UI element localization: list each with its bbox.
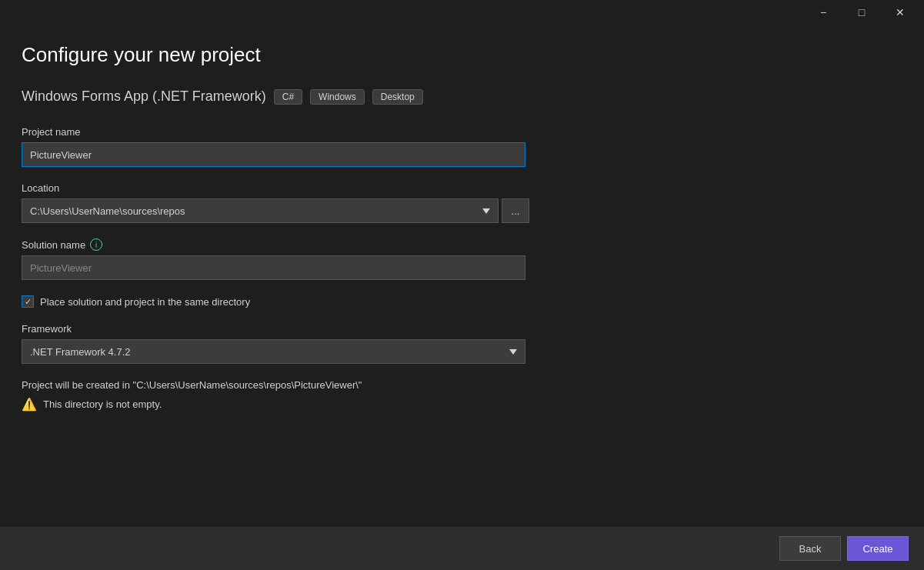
project-type-row: Windows Forms App (.NET Framework) C# Wi… <box>22 88 902 105</box>
same-directory-checkbox[interactable]: ✓ <box>22 295 34 308</box>
warning-row: ⚠️ This directory is not empty. <box>22 397 902 412</box>
project-name-input[interactable] <box>22 142 525 167</box>
solution-name-input[interactable] <box>22 255 525 280</box>
checkmark-icon: ✓ <box>25 298 32 306</box>
location-section: Location C:\Users\UserName\sources\repos… <box>22 182 902 223</box>
tag-windows: Windows <box>310 89 365 105</box>
location-select[interactable]: C:\Users\UserName\sources\repos <box>22 198 499 223</box>
page-title: Configure your new project <box>22 43 902 67</box>
tag-csharp: C# <box>274 89 302 105</box>
same-directory-label: Place solution and project in the same d… <box>40 296 250 308</box>
back-button[interactable]: Back <box>779 536 841 561</box>
warning-icon: ⚠️ <box>22 397 37 412</box>
location-row: C:\Users\UserName\sources\repos ... <box>22 198 902 223</box>
warning-text: This directory is not empty. <box>43 398 162 410</box>
main-content: Configure your new project Windows Forms… <box>0 25 924 445</box>
project-name-section: Project name <box>22 126 902 167</box>
title-bar: − □ ✕ <box>0 0 924 25</box>
project-name-label: Project name <box>22 126 902 138</box>
minimize-button[interactable]: − <box>806 0 841 25</box>
browse-button[interactable]: ... <box>502 198 529 223</box>
location-label: Location <box>22 182 902 194</box>
solution-name-label: Solution name i <box>22 238 902 251</box>
project-path-section: Project will be created in "C:\Users\Use… <box>22 379 902 412</box>
solution-name-section: Solution name i <box>22 238 902 280</box>
bottom-bar: Back Create <box>0 527 924 570</box>
project-path-text: Project will be created in "C:\Users\Use… <box>22 379 902 391</box>
tag-desktop: Desktop <box>372 89 423 105</box>
framework-label: Framework <box>22 323 902 335</box>
create-button[interactable]: Create <box>847 536 909 561</box>
framework-select[interactable]: .NET Framework 4.7.2 <box>22 339 525 364</box>
maximize-button[interactable]: □ <box>844 0 879 25</box>
close-button[interactable]: ✕ <box>882 0 918 25</box>
framework-section: Framework .NET Framework 4.7.2 <box>22 323 902 364</box>
solution-name-info-icon[interactable]: i <box>90 238 102 251</box>
same-directory-row[interactable]: ✓ Place solution and project in the same… <box>22 295 902 308</box>
project-type-name: Windows Forms App (.NET Framework) <box>22 88 266 105</box>
